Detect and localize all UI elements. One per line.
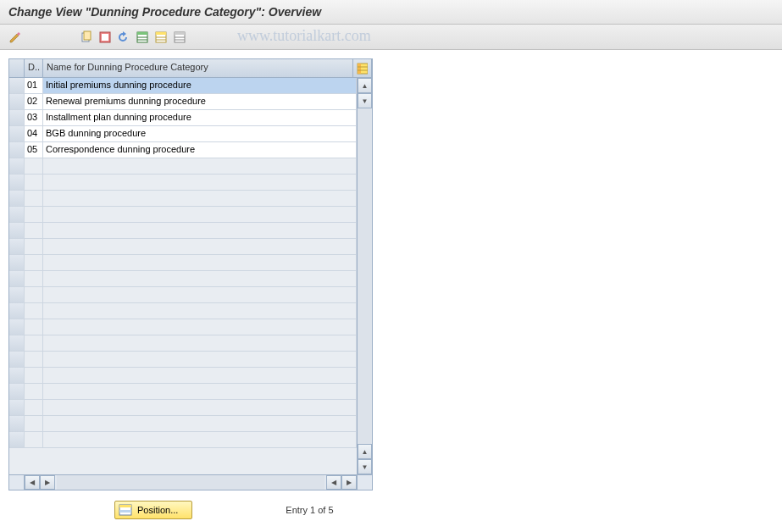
- cell-code[interactable]: 04: [25, 126, 43, 141]
- scroll-track[interactable]: [358, 108, 372, 444]
- row-selector[interactable]: [9, 416, 25, 431]
- save-variant-button[interactable]: [153, 29, 169, 46]
- table-row-empty: [9, 287, 357, 303]
- table-row[interactable]: 05Correspondence dunning procedure: [9, 142, 357, 158]
- row-selector[interactable]: [9, 142, 25, 158]
- table-row-empty: [9, 368, 357, 384]
- table-row-empty: [9, 319, 357, 335]
- vertical-scrollbar[interactable]: ▲ ▼ ▲ ▼: [357, 78, 372, 474]
- scroll-down-button[interactable]: ▼: [358, 459, 372, 474]
- scroll-right-step-button[interactable]: ▶: [40, 475, 55, 490]
- row-selector[interactable]: [9, 126, 25, 141]
- scroll-up-step-button[interactable]: ▲: [358, 444, 372, 459]
- table-row[interactable]: 01Initial premiums dunning procedure: [9, 78, 357, 94]
- cell-name-empty: [43, 175, 357, 190]
- row-selector[interactable]: [9, 400, 25, 415]
- row-selector[interactable]: [9, 239, 25, 254]
- scroll-left-step-button[interactable]: ◀: [326, 475, 341, 490]
- table-row-empty: [9, 271, 357, 287]
- cell-name[interactable]: Correspondence dunning procedure: [43, 142, 357, 158]
- title-bar: Change View "Dunning Procedure Category"…: [0, 0, 782, 25]
- cell-code-empty: [25, 239, 43, 254]
- scroll-right-button[interactable]: ▶: [341, 475, 357, 490]
- row-selector[interactable]: [9, 191, 25, 206]
- cell-code-empty: [25, 416, 43, 431]
- table-grey-icon: [173, 30, 186, 44]
- edit-button[interactable]: [7, 29, 24, 46]
- table-settings-button[interactable]: [134, 29, 151, 46]
- header-select-column[interactable]: [9, 59, 25, 77]
- cell-code[interactable]: 03: [25, 110, 43, 125]
- cell-code-empty: [25, 175, 43, 190]
- table-row-empty: [9, 416, 357, 432]
- header-code-column[interactable]: D..: [25, 59, 43, 77]
- cell-name-empty: [43, 255, 357, 270]
- svg-rect-13: [175, 32, 185, 35]
- row-selector[interactable]: [9, 223, 25, 238]
- select-all-button[interactable]: [97, 29, 114, 46]
- table-config-button[interactable]: [353, 59, 372, 77]
- cell-name-empty: [43, 191, 357, 206]
- row-selector[interactable]: [9, 287, 25, 302]
- cell-name[interactable]: BGB dunning procedure: [43, 126, 357, 141]
- cell-name-empty: [43, 319, 357, 335]
- row-selector[interactable]: [9, 271, 25, 286]
- cell-code-empty: [25, 191, 43, 206]
- scroll-up-button[interactable]: ▲: [358, 78, 372, 93]
- table-row-empty: [9, 191, 357, 207]
- horizontal-scrollbar[interactable]: ◀ ▶ ◀ ▶: [9, 474, 372, 490]
- row-selector[interactable]: [9, 158, 25, 174]
- cell-name-empty: [43, 400, 357, 415]
- cell-code-empty: [25, 335, 43, 351]
- row-selector[interactable]: [9, 110, 25, 125]
- cell-code[interactable]: 02: [25, 94, 43, 109]
- cell-name[interactable]: Initial premiums dunning procedure: [43, 78, 357, 93]
- row-selector[interactable]: [9, 335, 25, 351]
- row-selector[interactable]: [9, 319, 25, 335]
- cell-name[interactable]: Renewal premiums dunning procedure: [43, 94, 357, 109]
- row-selector[interactable]: [9, 432, 25, 447]
- row-selector[interactable]: [9, 384, 25, 399]
- row-selector[interactable]: [9, 94, 25, 109]
- position-button-label: Position...: [137, 505, 178, 515]
- table-row[interactable]: 02Renewal premiums dunning procedure: [9, 94, 357, 110]
- row-selector[interactable]: [9, 78, 25, 93]
- cell-code-empty: [25, 271, 43, 286]
- row-selector[interactable]: [9, 207, 25, 222]
- cell-name-empty: [43, 207, 357, 222]
- more-button[interactable]: [171, 29, 188, 46]
- cell-name-empty: [43, 368, 357, 383]
- entry-counter: Entry 1 of 5: [286, 505, 333, 515]
- cell-name-empty: [43, 158, 357, 174]
- cell-name[interactable]: Installment plan dunning procedure: [43, 110, 357, 125]
- table-row-empty: [9, 207, 357, 223]
- row-selector[interactable]: [9, 303, 25, 319]
- cell-code-empty: [25, 400, 43, 415]
- hscroll-track[interactable]: [57, 475, 324, 490]
- undo-button[interactable]: [115, 29, 132, 46]
- header-name-column[interactable]: Name for Dunning Procedure Category: [43, 59, 353, 77]
- row-selector[interactable]: [9, 255, 25, 270]
- cell-name-empty: [43, 352, 357, 367]
- row-selector[interactable]: [9, 175, 25, 190]
- svg-rect-5: [137, 32, 147, 35]
- table-row-empty: [9, 384, 357, 400]
- table-row-empty: [9, 335, 357, 352]
- pencil-icon: [8, 30, 22, 44]
- scroll-down-step-button[interactable]: ▼: [358, 93, 372, 108]
- copy-button[interactable]: [78, 29, 95, 46]
- row-selector[interactable]: [9, 368, 25, 383]
- table-header-row: D.. Name for Dunning Procedure Category: [9, 59, 372, 78]
- table-row-empty: [9, 255, 357, 271]
- table-row[interactable]: 04BGB dunning procedure: [9, 126, 357, 142]
- scroll-left-button[interactable]: ◀: [25, 475, 40, 490]
- cell-name-empty: [43, 303, 357, 319]
- cell-name-empty: [43, 287, 357, 302]
- select-all-icon: [98, 30, 112, 44]
- position-button[interactable]: Position...: [114, 501, 192, 519]
- cell-code[interactable]: 05: [25, 142, 43, 158]
- cell-code-empty: [25, 255, 43, 270]
- table-row[interactable]: 03Installment plan dunning procedure: [9, 110, 357, 126]
- row-selector[interactable]: [9, 352, 25, 367]
- cell-code[interactable]: 01: [25, 78, 43, 93]
